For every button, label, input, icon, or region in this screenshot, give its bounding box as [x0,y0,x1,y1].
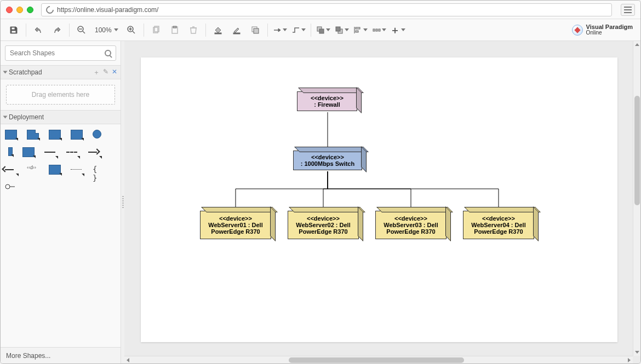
close-window-icon[interactable] [6,7,13,13]
node-switch[interactable]: <<device>> : 1000Mbps Switch [293,151,362,170]
shape-manifest[interactable]: ‹‹d›› [27,165,39,175]
diagram-canvas[interactable]: <<device>> : Firewall <<device>> : 1000M… [141,57,617,342]
canvas-viewport[interactable]: <<device>> : Firewall <<device>> : 1000M… [124,41,640,363]
shape-component[interactable] [49,130,61,140]
zoom-level[interactable]: 100% [91,26,122,34]
chevron-down-icon [114,28,118,31]
shape-lollipop[interactable] [5,182,17,192]
distribute-button[interactable] [370,22,388,38]
node-webserver01[interactable]: <<device>> WebServer01 : Dell PowerEdge … [200,211,271,239]
scratchpad-header[interactable]: Scratchpad ＋ ✎ ✕ [1,65,121,79]
scratchpad-dropzone[interactable]: Drag elements here [6,85,115,105]
horizontal-scrollbar[interactable] [124,356,633,363]
copy-button[interactable] [147,22,165,38]
shape-node[interactable] [5,130,17,140]
node-webserver04[interactable]: <<device>> WebServer04 : Dell PowerEdge … [463,211,534,239]
connection-style-button[interactable] [271,22,289,38]
disclosure-icon [3,71,8,74]
scrollbar-thumb[interactable] [634,96,640,205]
shape-dependency[interactable] [66,147,78,157]
node-stereotype: <<device>> [378,215,444,222]
node-stereotype: <<device>> [466,215,531,222]
zoom-out-button[interactable] [73,22,90,38]
deployment-shapes: ‹‹d›› { } [1,124,121,347]
node-label: WebServer02 : Dell [290,222,356,228]
search-icon[interactable] [105,50,111,56]
sidebar: Scratchpad ＋ ✎ ✕ Drag elements here Depl… [1,41,121,363]
node-webserver02[interactable]: <<device>> WebServer02 : Dell PowerEdge … [288,211,359,239]
edit-scratchpad-icon[interactable]: ✎ [103,68,108,77]
main-toolbar: 100% [1,19,640,41]
node-label: : 1000Mbps Switch [294,160,362,167]
vertical-scrollbar[interactable] [633,41,640,356]
close-scratchpad-icon[interactable]: ✕ [112,68,117,77]
svg-rect-12 [173,26,176,28]
to-front-button[interactable] [314,22,332,38]
paste-button[interactable] [166,22,184,38]
scratchpad-body: Drag elements here [1,79,121,110]
svg-rect-21 [319,29,324,33]
maximize-window-icon[interactable] [27,7,33,13]
svg-rect-28 [376,29,377,31]
shape-exec-env[interactable] [22,147,35,157]
to-back-button[interactable] [333,22,351,38]
node-webserver03[interactable]: <<device>> WebServer03 : Dell PowerEdge … [375,211,447,239]
svg-rect-16 [233,33,240,34]
shape-comm-path[interactable] [71,165,83,175]
node-label: WebServer03 : Dell [378,222,444,228]
diagram-connectors [141,57,617,342]
shape-generalization[interactable] [5,165,17,175]
chevron-down-icon [283,28,287,31]
node-label: WebServer01 : Dell [203,222,268,228]
node-label: PowerEdge R370 [466,228,531,235]
svg-rect-27 [373,29,375,31]
shape-device[interactable] [71,130,83,140]
shape-constraint[interactable]: { } [93,165,105,175]
line-color-button[interactable] [228,22,245,38]
delete-button[interactable] [185,22,202,38]
save-button[interactable] [5,22,22,38]
svg-point-30 [5,184,10,189]
redo-button[interactable] [48,22,66,38]
search-shapes-box[interactable] [5,45,116,61]
app-logo[interactable]: Visual Paradigm Online [572,24,636,36]
undo-button[interactable] [30,22,47,38]
address-bar[interactable]: https://online.visual-paradigm.com/ [41,3,612,16]
node-label: PowerEdge R370 [203,228,268,235]
shape-deploy[interactable] [88,147,100,157]
fill-color-button[interactable] [209,22,227,38]
svg-rect-23 [336,27,340,31]
disclosure-icon [3,116,8,119]
node-firewall[interactable]: <<device>> : Firewall [297,91,357,111]
main-area: Scratchpad ＋ ✎ ✕ Drag elements here Depl… [1,41,640,363]
more-shapes-button[interactable]: More Shapes... [1,347,121,363]
node-stereotype: <<device>> [203,215,268,222]
add-scratchpad-icon[interactable]: ＋ [93,68,100,77]
minimize-window-icon[interactable] [16,7,23,13]
svg-rect-1 [12,31,16,33]
shape-association[interactable] [44,147,56,157]
chevron-down-icon [401,28,405,31]
svg-rect-25 [356,27,360,29]
align-button[interactable] [352,22,369,38]
search-input[interactable] [10,49,92,57]
deployment-header[interactable]: Deployment [1,110,121,124]
logo-icon [572,25,583,36]
reload-icon[interactable] [44,4,55,15]
chevron-down-icon [301,28,306,31]
shape-port[interactable] [8,147,13,156]
canvas-area: <<device>> : Firewall <<device>> : 1000M… [124,41,640,363]
shadow-button[interactable] [247,22,264,38]
menu-button[interactable] [621,4,635,16]
shape-artifact[interactable] [27,130,39,140]
chevron-down-icon [345,28,349,31]
shape-spec[interactable] [49,165,61,175]
waypoint-button[interactable] [290,22,307,38]
window-controls [6,7,33,13]
zoom-in-button[interactable] [123,22,140,38]
shape-interface[interactable] [93,130,105,140]
add-button[interactable]: ＋ [389,22,407,38]
svg-line-3 [83,31,85,33]
scrollbar-thumb[interactable] [289,357,464,363]
scratchpad-title: Scratchpad [9,68,42,76]
